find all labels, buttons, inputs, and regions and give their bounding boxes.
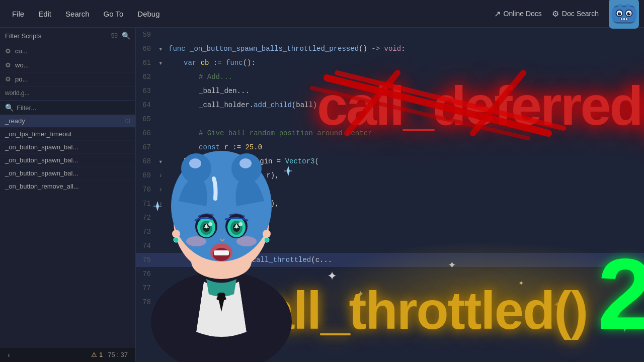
method-name-fps: _on_fps_timer_timeout (5, 130, 71, 138)
code-line-78: 78 (136, 295, 644, 309)
world-label: world.g... (0, 86, 135, 100)
online-docs-label: Online Docs (504, 10, 542, 18)
code-line-75: 75 throttle.call_throttled(c... (136, 253, 644, 267)
script-gear-icon-3: ⚙ (5, 75, 11, 83)
code-line-63: 63 _ball_den... (136, 84, 644, 98)
script-label-cu: cu... (15, 47, 28, 55)
svg-rect-13 (625, 18, 627, 20)
method-item-fps[interactable]: _on_fps_timer_timeout (0, 128, 135, 141)
code-line-64: 64 _call_holder.add_child(ball) (136, 98, 644, 112)
status-bar: ‹ ⚠ 1 75 : 37 (0, 347, 135, 362)
godot-logo (609, 0, 639, 29)
script-label-wo: wo... (15, 61, 29, 69)
svg-point-14 (617, 4, 622, 8)
svg-rect-11 (620, 18, 622, 20)
menu-search[interactable]: Search (58, 7, 97, 21)
method-item-spawn2[interactable]: _on_button_spawn_bal... (0, 154, 135, 167)
external-link-icon: ↗ (494, 9, 501, 19)
svg-point-9 (628, 12, 629, 13)
code-line-73: 73 (136, 225, 644, 239)
filter-icon: 🔍 (122, 32, 130, 40)
script-item-po[interactable]: ⚙ po... (0, 72, 135, 86)
code-line-59: 59 (136, 28, 644, 42)
svg-point-15 (626, 4, 630, 8)
filter-scripts-label: Filter Scripts (5, 32, 107, 40)
code-line-72: 72 ) (136, 211, 644, 225)
doc-search-button[interactable]: ⚙ Doc Search (552, 9, 599, 19)
script-label-po: po... (15, 75, 28, 83)
code-line-74: 74 for n in 500: (136, 239, 644, 253)
main-area: Filter Scripts 59 🔍 ⚙ cu... ⚙ wo... ⚙ po… (0, 28, 644, 362)
script-gear-icon-1: ⚙ (5, 47, 11, 55)
code-line-71: 71 › randf_range(-r, r), (136, 197, 644, 211)
filter-input-label: Filter... (17, 104, 130, 112)
menu-edit[interactable]: Edit (31, 7, 58, 21)
code-line-65: 65 (136, 112, 644, 126)
menu-file[interactable]: File (5, 7, 31, 21)
code-line-62: 62 # Add... (136, 70, 644, 84)
method-name-spawn1: _on_button_spawn_bal... (5, 143, 78, 151)
code-line-77: 77 (136, 281, 644, 295)
doc-search-icon: ⚙ (552, 9, 559, 19)
menu-debug[interactable]: Debug (130, 7, 167, 21)
script-item-cu[interactable]: ⚙ cu... (0, 44, 135, 58)
svg-rect-12 (623, 18, 624, 20)
method-item-spawn1[interactable]: _on_button_spawn_bal... (0, 141, 135, 154)
code-line-66: 66 # Give ball random position around ce… (136, 126, 644, 140)
code-line-68: 68 ▾ ball.transform.origin = Vector3( (136, 154, 644, 168)
status-position: 75 : 37 (108, 351, 128, 358)
method-item-ready[interactable]: _ready 73 (0, 115, 135, 128)
svg-point-7 (627, 12, 630, 16)
code-line-61: 61 ▾ var cb := func(): (136, 56, 644, 70)
code-editor-bg: 59 60 ▾ func _on_button_spawn_balls_thro… (136, 28, 644, 362)
menu-right: ↗ Online Docs ⚙ Doc Search (494, 0, 639, 29)
svg-point-8 (619, 12, 620, 13)
code-line-60: 60 ▾ func _on_button_spawn_balls_throttl… (136, 42, 644, 56)
method-name-spawn3: _on_button_spawn_bal... (5, 169, 78, 177)
filter-scripts-count: 59 (111, 32, 118, 39)
script-gear-icon-2: ⚙ (5, 61, 11, 69)
script-item-wo[interactable]: ⚙ wo... (0, 58, 135, 72)
filter-bar: 🔍 Filter... (0, 100, 135, 115)
godot-icon-svg (610, 0, 638, 28)
method-name-ready: _ready (5, 117, 25, 125)
method-name-remove: _on_button_remove_all... (5, 183, 79, 190)
svg-point-6 (617, 12, 621, 16)
method-item-spawn3[interactable]: _on_button_spawn_bal... (0, 167, 135, 180)
status-chevron[interactable]: ‹ (8, 351, 10, 359)
code-line-76: 76 (136, 267, 644, 281)
online-docs-button[interactable]: ↗ Online Docs (494, 9, 542, 19)
method-name-spawn2: _on_button_spawn_bal... (5, 156, 78, 164)
method-item-remove[interactable]: _on_button_remove_all... (0, 180, 135, 193)
code-line-69: 69 › randf_range(-r, r), (136, 168, 644, 183)
filter-scripts-bar: Filter Scripts 59 🔍 (0, 28, 135, 44)
filter-search-icon: 🔍 (5, 104, 14, 112)
code-line-70: 70 › 3.0, (136, 183, 644, 197)
menu-goto[interactable]: Go To (97, 7, 131, 21)
left-panel: Filter Scripts 59 🔍 ⚙ cu... ⚙ wo... ⚙ po… (0, 28, 136, 362)
code-line-67: 67 const r := 25.0 (136, 140, 644, 154)
doc-search-label: Doc Search (562, 10, 599, 18)
method-count-ready: 73 (124, 118, 130, 125)
menu-bar: File Edit Search Go To Debug ↗ Online Do… (0, 0, 644, 28)
code-area[interactable]: 59 60 ▾ func _on_button_spawn_balls_thro… (136, 28, 644, 362)
status-warning: ⚠ 1 (91, 351, 103, 358)
